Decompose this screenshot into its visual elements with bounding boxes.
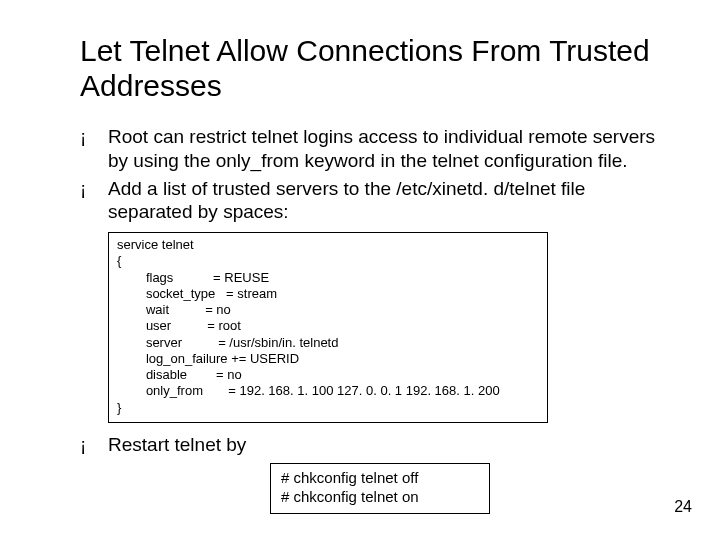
bullet-text: Add a list of trusted servers to the /et… <box>108 178 585 223</box>
bullet-item: Add a list of trusted servers to the /et… <box>80 177 660 225</box>
bullet-list-2: Restart telnet by <box>80 433 660 457</box>
bullet-text: Root can restrict telnet logins access t… <box>108 126 655 171</box>
bullet-text: Restart telnet by <box>108 434 246 455</box>
bullet-list: Root can restrict telnet logins access t… <box>80 125 660 224</box>
slide: Let Telnet Allow Connections From Truste… <box>0 0 720 540</box>
slide-title: Let Telnet Allow Connections From Truste… <box>80 34 660 103</box>
code-block-commands: # chkconfig telnet off # chkconfig telne… <box>270 463 490 514</box>
bullet-item: Restart telnet by <box>80 433 660 457</box>
page-number: 24 <box>674 498 692 516</box>
bullet-item: Root can restrict telnet logins access t… <box>80 125 660 173</box>
code-block-config: service telnet { flags = REUSE socket_ty… <box>108 232 548 423</box>
